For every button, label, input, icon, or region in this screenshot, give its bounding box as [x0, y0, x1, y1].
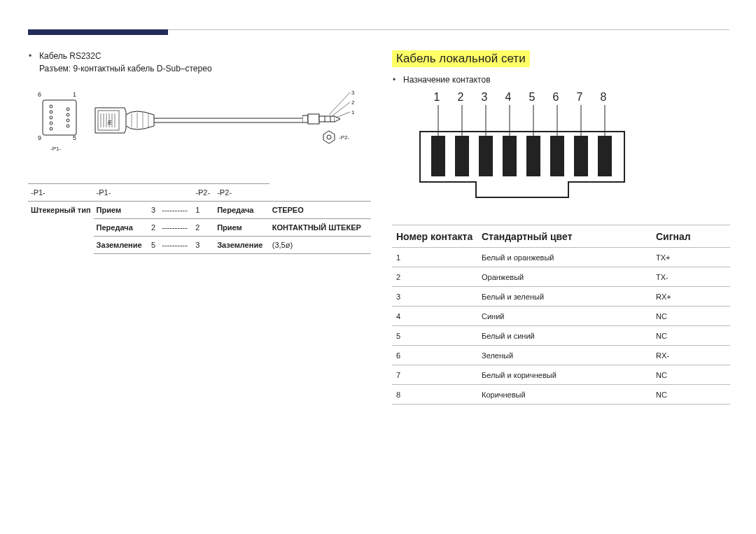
lan-cell: TX-: [652, 267, 730, 287]
lan-cell: 1: [392, 248, 477, 267]
rs232-table: -P1- -P1- -P2- -P2- Штекерный тип Прием …: [28, 183, 371, 254]
lan-cell: NC: [652, 365, 730, 385]
lan-row: 5Белый и синийNC: [392, 326, 730, 346]
svg-point-2: [50, 111, 52, 113]
rj45-diagram: 1 2 3 4 5 6 7 8: [403, 95, 641, 212]
svg-point-4: [50, 122, 52, 125]
rs232-bullet-text: Кабель RS232C: [39, 50, 102, 62]
svg-point-1: [50, 105, 52, 108]
svg-rect-38: [526, 136, 540, 176]
rs-cell: Заземление: [94, 237, 149, 254]
header-accent: [28, 29, 168, 35]
rs-th-1: -P1-: [28, 184, 94, 202]
lan-cell: 4: [392, 307, 477, 326]
hex-nut-icon: [322, 130, 336, 144]
svg-rect-34: [431, 136, 445, 176]
lan-cell: NC: [652, 326, 730, 346]
rj-num: 4: [496, 91, 520, 104]
svg-rect-24: [302, 115, 308, 122]
p2-label-right: -P2-: [339, 134, 349, 141]
rs-row: Штекерный тип Прием 3 ---------- 1 Перед…: [28, 202, 371, 219]
dsub-pin-1-label: 1: [73, 91, 76, 98]
rs-th-3: [148, 184, 159, 202]
rs-cell: КОНТАКТНЫЙ ШТЕКЕР: [270, 219, 371, 237]
lan-cell: 5: [392, 326, 477, 346]
rj-num: 3: [472, 91, 496, 104]
rs-cell: 3: [192, 237, 214, 254]
rs-th-2: -P1-: [94, 184, 149, 202]
rs-cell: ----------: [159, 237, 192, 254]
lan-cell: Белый и зеленый: [477, 287, 652, 307]
rs-cell: (3,5ø): [270, 237, 371, 254]
svg-line-31: [336, 112, 350, 118]
rj-num: 8: [592, 91, 615, 104]
rs-cell: Прием: [94, 202, 149, 219]
rj-num: 5: [520, 91, 544, 104]
rj-num: 1: [425, 91, 449, 104]
svg-point-7: [66, 113, 69, 116]
lan-cell: Белый и синий: [477, 326, 652, 346]
lan-title: Кабель локальной сети: [392, 50, 530, 67]
lan-row: 7Белый и коричневыйNC: [392, 365, 730, 385]
rs232-bullet: • Кабель RS232C: [28, 50, 371, 62]
svg-point-33: [327, 135, 331, 139]
svg-rect-0: [43, 100, 76, 135]
dsub-pin-6-label: 6: [38, 91, 41, 98]
dsub-icon: [42, 99, 77, 136]
svg-point-3: [50, 116, 52, 119]
lan-cell: Зеленый: [477, 346, 652, 365]
rj-num: 6: [544, 91, 568, 104]
rs-cell: 5: [148, 237, 159, 254]
rs-cell: ----------: [159, 202, 192, 219]
svg-text:IN: IN: [107, 120, 112, 125]
rs-cell: ----------: [159, 219, 192, 237]
rs232-diagram: 6 1 9 5 -P1- IN: [28, 81, 364, 172]
lan-row: 3Белый и зеленыйRX+: [392, 287, 730, 307]
rs-cell: 2: [148, 219, 159, 237]
lan-cell: RX+: [652, 287, 730, 307]
dsub-pin-9-label: 9: [38, 134, 41, 141]
lan-cell: Белый и коричневый: [477, 365, 652, 385]
lan-row: 1Белый и оранжевыйTX+: [392, 248, 730, 267]
svg-line-29: [329, 92, 350, 115]
svg-rect-40: [574, 136, 588, 176]
rs-cell: Заземление: [214, 237, 270, 254]
bullet-dot-icon: •: [392, 74, 396, 85]
bullet-dot-icon: •: [28, 50, 32, 62]
rs232-subtitle: Разъем: 9-контактный кабель D-Sub–стерео: [39, 63, 371, 74]
svg-point-8: [66, 119, 69, 122]
lan-cell: 7: [392, 365, 477, 385]
rs-cell: СТЕРЕО: [270, 202, 371, 219]
svg-rect-37: [503, 136, 517, 176]
lan-cell: Оранжевый: [477, 267, 652, 287]
lan-cell: TX+: [652, 248, 730, 267]
lan-cell: Белый и оранжевый: [477, 248, 652, 267]
rj-num: 7: [568, 91, 592, 104]
rj45-icon: [403, 105, 641, 210]
lan-cell: 2: [392, 267, 477, 287]
rs-cell: 3: [148, 202, 159, 219]
svg-rect-36: [479, 136, 493, 176]
lan-row: 4СинийNC: [392, 307, 730, 326]
lan-th-color: Стандартный цвет: [477, 225, 652, 248]
lan-cell: Коричневый: [477, 385, 652, 405]
cable-icon: [126, 105, 308, 137]
jack-leader-lines-icon: [329, 91, 353, 119]
p1-label-left: -P1-: [50, 146, 61, 152]
svg-rect-25: [308, 114, 319, 124]
lan-table: Номер контакта Стандартный цвет Сигнал 1…: [392, 225, 730, 405]
lan-th-signal: Сигнал: [652, 225, 730, 248]
rs-rowspan: Штекерный тип: [28, 202, 94, 254]
lan-row: 8КоричневыйNC: [392, 385, 730, 405]
right-column: Кабель локальной сети • Назначение конта…: [392, 50, 730, 405]
rs-cell: Передача: [214, 202, 270, 219]
lan-row: 6ЗеленыйRX-: [392, 346, 730, 365]
lan-cell: Синий: [477, 307, 652, 326]
lan-cell: 8: [392, 385, 477, 405]
lan-cell: NC: [652, 307, 730, 326]
svg-point-6: [66, 108, 69, 111]
in-connector-icon: IN: [94, 106, 127, 134]
rs-cell: Прием: [214, 219, 270, 237]
lan-cell: 3: [392, 287, 477, 307]
svg-rect-41: [598, 136, 612, 176]
